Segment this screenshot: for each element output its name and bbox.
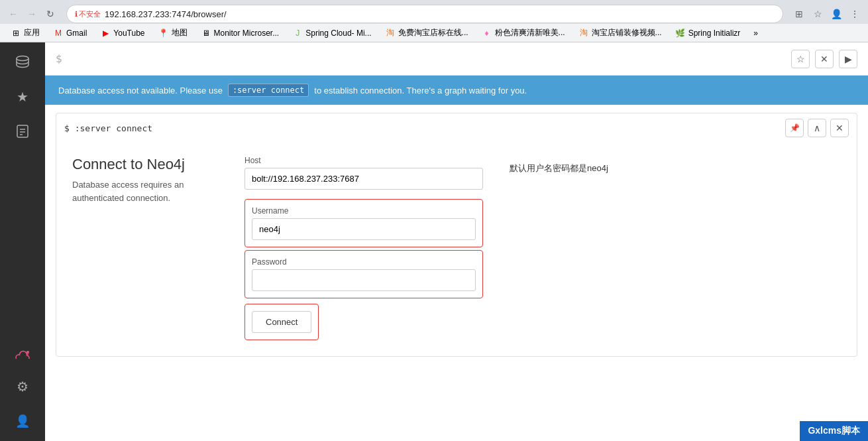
- connect-description: Database access requires an authenticate…: [72, 178, 218, 204]
- password-input[interactable]: [252, 269, 476, 291]
- youtube-icon: ▶: [100, 28, 111, 38]
- connect-left-panel: Connect to Neo4j Database access require…: [72, 156, 218, 204]
- extensions-button[interactable]: ⊞: [791, 6, 807, 22]
- bookmark-gmail[interactable]: M Gmail: [48, 27, 92, 40]
- bookmark-button[interactable]: ☆: [810, 6, 826, 22]
- gmail-icon: M: [53, 28, 64, 38]
- taobao2-icon: 淘: [578, 28, 589, 38]
- dollar-sign: $: [56, 52, 62, 65]
- bookmark-taobao1[interactable]: 淘 免费淘宝店标在线...: [380, 26, 474, 40]
- insecure-badge: ℹ 不安全: [75, 9, 101, 19]
- watermark: Gxlcms脚本: [800, 421, 868, 441]
- favorite-btn[interactable]: ☆: [791, 50, 810, 68]
- top-command-bar: $ ☆ ✕ ▶: [45, 42, 868, 76]
- pin-btn[interactable]: 📌: [785, 119, 804, 137]
- server-connect-badge: :server connect: [228, 84, 309, 97]
- svg-point-0: [17, 56, 28, 61]
- bookmark-taobao2[interactable]: 淘 淘宝店铺装修视频...: [573, 26, 667, 40]
- connect-btn-bordered: Connect: [244, 304, 319, 340]
- bookmark-monitor[interactable]: 🖥 Monitor Microser...: [195, 27, 285, 40]
- host-group: Host: [244, 156, 483, 190]
- info-prefix: Database access not available. Please us…: [58, 86, 223, 95]
- password-label: Password: [252, 257, 476, 267]
- server-connect-bar: $ :server connect 📌 ∧ ✕ Connect to Neo4j…: [56, 113, 857, 357]
- bookmark-youtube[interactable]: ▶ YouTube: [95, 27, 150, 40]
- close-btn2[interactable]: ✕: [830, 119, 849, 137]
- apps-icon: ⊞: [11, 28, 21, 38]
- connect-form: Host Username: [244, 156, 483, 340]
- account-button[interactable]: 👤: [828, 6, 844, 22]
- main-content: $ ☆ ✕ ▶ Database access not available. P…: [45, 42, 868, 441]
- address-bar[interactable]: ℹ 不安全 192.168.237.233:7474/browser/: [66, 5, 783, 23]
- pink-icon: ♦: [482, 28, 492, 38]
- username-group: Username: [252, 206, 476, 240]
- connect-title: Connect to Neo4j: [72, 156, 218, 173]
- password-group: Password: [252, 257, 476, 291]
- password-bordered-group: Password: [244, 250, 483, 298]
- credentials-section: Username Password: [244, 199, 483, 298]
- monitor-icon: 🖥: [201, 28, 211, 38]
- url-text: 192.168.237.233:7474/browser/: [105, 9, 775, 19]
- spring-cloud-icon: J: [292, 28, 303, 38]
- nav-buttons: ← → ↻: [5, 6, 58, 22]
- bookmark-maps[interactable]: 📍 地图: [153, 26, 193, 40]
- play-btn[interactable]: ▶: [839, 50, 857, 68]
- host-input[interactable]: [244, 168, 483, 190]
- browser-actions: ⊞ ☆ 👤 ⋮: [791, 6, 863, 22]
- sidebar-star-icon[interactable]: ★: [8, 82, 37, 111]
- info-suffix: to establish connection. There's a graph…: [314, 86, 527, 95]
- server-connect-command: $ :server connect: [64, 123, 785, 133]
- collapse-btn[interactable]: ∧: [808, 119, 826, 137]
- bookmark-more[interactable]: »: [748, 27, 763, 39]
- tab-bar: ← → ↻ ℹ 不安全 192.168.237.233:7474/browser…: [0, 0, 868, 24]
- bookmark-spring-cloud[interactable]: J Spring Cloud- Mi...: [287, 27, 376, 40]
- sidebar-user-icon[interactable]: 👤: [8, 407, 37, 436]
- host-label: Host: [244, 156, 483, 165]
- sidebar-settings-icon[interactable]: ⚙: [8, 372, 37, 401]
- svg-rect-1: [17, 125, 28, 137]
- reload-button[interactable]: ↻: [42, 6, 58, 22]
- username-label: Username: [252, 206, 476, 216]
- username-bordered-group: Username: [244, 199, 483, 247]
- maps-icon: 📍: [158, 28, 169, 38]
- menu-button[interactable]: ⋮: [847, 6, 863, 22]
- taobao1-icon: 淘: [385, 28, 396, 38]
- sidebar-cloud-icon[interactable]: [8, 338, 37, 367]
- forward-button[interactable]: →: [24, 6, 40, 22]
- browser-content: ★ ⚙ 👤 $ ☆ ✕: [0, 42, 868, 441]
- back-button[interactable]: ←: [5, 6, 21, 22]
- sidebar-database-icon[interactable]: [8, 48, 37, 77]
- close-btn[interactable]: ✕: [815, 50, 834, 68]
- server-connect-bar-inner: $ :server connect 📌 ∧ ✕: [56, 113, 857, 143]
- connect-layout: Connect to Neo4j Database access require…: [72, 156, 841, 340]
- bar2-actions: 📌 ∧ ✕: [785, 119, 849, 137]
- annotation-text: 默认用户名密码都是neo4j: [510, 162, 616, 174]
- browser-chrome: ← → ↻ ℹ 不安全 192.168.237.233:7474/browser…: [0, 0, 868, 42]
- spring-init-icon: 🌿: [675, 28, 686, 38]
- bookmark-spring-init[interactable]: 🌿 Spring Initializr: [670, 27, 746, 40]
- connect-to-neo4j-section: Connect to Neo4j Database access require…: [56, 143, 857, 356]
- command-actions: ☆ ✕ ▶: [791, 50, 857, 68]
- info-banner: Database access not available. Please us…: [45, 76, 868, 105]
- connect-button[interactable]: Connect: [252, 311, 311, 333]
- neo4j-sidebar: ★ ⚙ 👤: [0, 42, 45, 441]
- command-input[interactable]: [68, 54, 791, 64]
- bookmark-apps[interactable]: ⊞ 应用: [5, 26, 45, 40]
- svg-point-5: [27, 351, 29, 353]
- bookmark-pink[interactable]: ♦ 粉色清爽清新唯美...: [476, 26, 570, 40]
- username-input[interactable]: [252, 218, 476, 240]
- bookmarks-bar: ⊞ 应用 M Gmail ▶ YouTube 📍 地图 🖥 Monitor Mi…: [0, 24, 868, 42]
- sidebar-document-icon[interactable]: [8, 117, 37, 146]
- info-icon: ℹ: [75, 10, 78, 19]
